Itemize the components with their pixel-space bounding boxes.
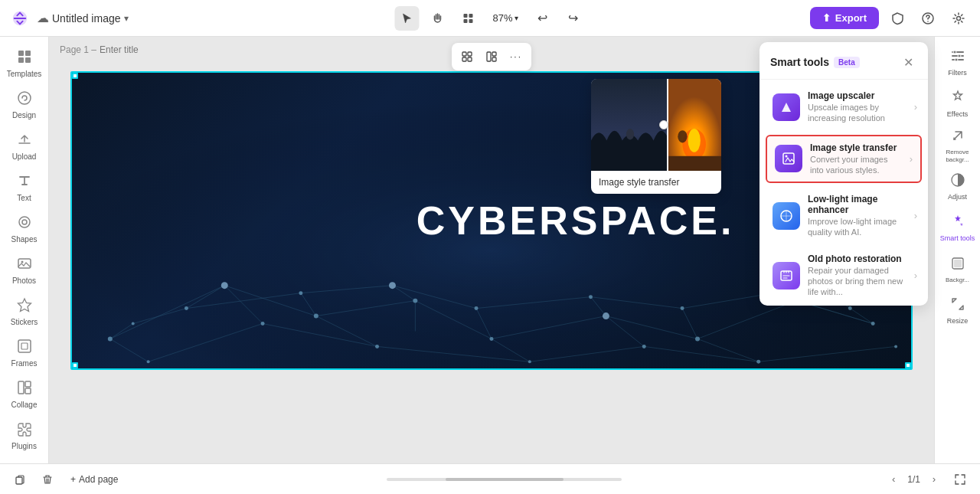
select-tool-button[interactable] bbox=[394, 6, 419, 31]
svg-point-102 bbox=[688, 129, 700, 152]
right-toolbar-effects[interactable]: Effects bbox=[938, 84, 978, 124]
photo-restoration-name: Old photo restoration bbox=[808, 254, 906, 264]
background-label: Backgr... bbox=[946, 276, 969, 284]
right-toolbar-remove-bg[interactable]: Remove backgr... bbox=[938, 126, 978, 165]
sidebar-item-collage[interactable]: Collage bbox=[3, 374, 46, 414]
photo-restoration-content: Old photo restoration Repair your damage… bbox=[808, 254, 906, 298]
svg-rect-19 bbox=[18, 381, 24, 394]
text-label: Text bbox=[17, 194, 31, 202]
svg-rect-20 bbox=[25, 381, 31, 387]
title-chevron-icon[interactable]: ▾ bbox=[124, 13, 129, 24]
svg-point-95 bbox=[389, 282, 396, 289]
right-toolbar-resize[interactable]: Resize bbox=[938, 291, 978, 331]
grid-button[interactable] bbox=[481, 46, 502, 67]
sidebar-item-stickers[interactable]: Stickers bbox=[3, 291, 46, 331]
select-frame-button[interactable] bbox=[456, 46, 478, 67]
svg-rect-117 bbox=[954, 260, 962, 267]
sidebar-item-design[interactable]: Design bbox=[3, 84, 46, 124]
svg-point-88 bbox=[589, 295, 593, 299]
page-label: Page 1 – bbox=[60, 44, 96, 55]
sidebar-item-text[interactable]: Text bbox=[3, 167, 46, 207]
copy-page-button[interactable] bbox=[9, 469, 31, 490]
prev-page-button[interactable]: ‹ bbox=[884, 470, 903, 489]
filters-icon bbox=[950, 48, 965, 67]
svg-point-106 bbox=[786, 155, 788, 158]
redo-button[interactable]: ↪ bbox=[561, 6, 586, 31]
svg-point-112 bbox=[953, 51, 956, 54]
help-button[interactable] bbox=[916, 6, 940, 31]
sidebar-item-plugins[interactable]: Plugins bbox=[3, 415, 46, 455]
svg-point-89 bbox=[681, 306, 684, 310]
style-handle[interactable] bbox=[659, 120, 668, 129]
smart-tools-title-row: Smart tools Beta bbox=[770, 56, 860, 68]
right-toolbar-background[interactable]: Backgr... bbox=[938, 250, 978, 290]
add-page-button[interactable]: + Add page bbox=[64, 471, 124, 488]
smart-tools-close-button[interactable]: ✕ bbox=[899, 53, 917, 71]
app-logo[interactable] bbox=[9, 8, 31, 29]
svg-rect-7 bbox=[18, 51, 24, 56]
sidebar-item-photos[interactable]: Photos bbox=[3, 250, 46, 290]
layout-button[interactable] bbox=[456, 6, 480, 31]
zoom-selector[interactable]: 87% ▾ bbox=[486, 9, 524, 27]
templates-label: Templates bbox=[7, 70, 42, 78]
smart-tools-label: Smart tools bbox=[940, 234, 975, 243]
style-transfer-desc: Convert your images into various styles. bbox=[810, 154, 902, 176]
adjust-icon bbox=[950, 172, 965, 191]
style-transfer-image bbox=[591, 79, 721, 171]
sidebar-item-upload[interactable]: Upload bbox=[3, 126, 46, 165]
smart-tool-photo-restoration[interactable]: Old photo restoration Repair your damage… bbox=[760, 246, 928, 306]
style-transfer-name: Image style transfer bbox=[810, 142, 902, 153]
upscaler-icon bbox=[773, 93, 800, 121]
svg-rect-14 bbox=[18, 259, 31, 268]
text-icon bbox=[16, 172, 33, 191]
right-toolbar-smart-tools[interactable]: Smart tools bbox=[938, 208, 978, 248]
hand-tool-button[interactable] bbox=[425, 6, 449, 31]
style-img-left bbox=[591, 79, 669, 171]
smart-tool-low-light[interactable]: Low-light image enhancer Improve low-lig… bbox=[760, 186, 928, 246]
fullscreen-button[interactable] bbox=[949, 469, 971, 490]
svg-rect-2 bbox=[463, 19, 467, 23]
style-transfer-chevron: › bbox=[910, 153, 913, 165]
delete-page-button[interactable] bbox=[37, 469, 58, 490]
smart-tool-image-upscaler[interactable]: Image upscaler Upscale images by increas… bbox=[760, 83, 928, 132]
svg-point-71 bbox=[314, 314, 318, 319]
next-page-button[interactable]: › bbox=[925, 470, 943, 489]
style-transfer-content: Image style transfer Convert your images… bbox=[810, 142, 902, 176]
undo-button[interactable]: ↩ bbox=[531, 6, 555, 31]
right-toolbar-filters[interactable]: Filters bbox=[938, 43, 978, 83]
selection-handle-br[interactable] bbox=[905, 362, 911, 368]
right-toolbar-adjust[interactable]: Adjust bbox=[938, 167, 978, 207]
left-sidebar: Templates Design Upload Text Shapes bbox=[0, 37, 49, 463]
document-title[interactable]: Untitled image bbox=[52, 12, 121, 25]
main-area: Templates Design Upload Text Shapes bbox=[0, 37, 980, 463]
settings-button[interactable] bbox=[946, 6, 971, 31]
sidebar-item-templates[interactable]: Templates bbox=[3, 43, 46, 83]
upload-icon bbox=[16, 131, 33, 150]
beta-badge: Beta bbox=[834, 57, 860, 68]
adjust-label: Adjust bbox=[948, 193, 967, 201]
svg-rect-24 bbox=[462, 57, 466, 61]
resize-label: Resize bbox=[947, 317, 969, 326]
svg-rect-18 bbox=[21, 343, 28, 349]
export-button[interactable]: ⬆ Export bbox=[810, 7, 879, 29]
svg-rect-1 bbox=[469, 14, 472, 18]
frames-icon bbox=[16, 338, 33, 357]
selection-handle-bl[interactable] bbox=[72, 362, 78, 368]
more-options-button[interactable]: ··· bbox=[505, 46, 527, 67]
design-label: Design bbox=[12, 111, 36, 119]
svg-point-11 bbox=[18, 92, 31, 104]
low-light-chevron: › bbox=[914, 210, 917, 221]
svg-point-96 bbox=[603, 312, 609, 319]
sidebar-item-shapes[interactable]: Shapes bbox=[3, 208, 46, 248]
sidebar-item-frames[interactable]: Frames bbox=[3, 332, 46, 372]
topbar-right: ⬆ Export bbox=[810, 6, 971, 31]
svg-rect-27 bbox=[492, 52, 496, 56]
selection-handle-tl[interactable] bbox=[72, 73, 78, 79]
page-title-input[interactable] bbox=[100, 44, 214, 55]
shield-button[interactable] bbox=[885, 6, 910, 31]
smart-tool-style-transfer[interactable]: Image style transfer Convert your images… bbox=[766, 135, 922, 184]
page-nav: ‹ 1/1 › bbox=[884, 470, 943, 489]
svg-point-87 bbox=[475, 306, 479, 310]
page-scroll-bar[interactable] bbox=[387, 478, 622, 481]
shapes-label: Shapes bbox=[11, 235, 38, 244]
